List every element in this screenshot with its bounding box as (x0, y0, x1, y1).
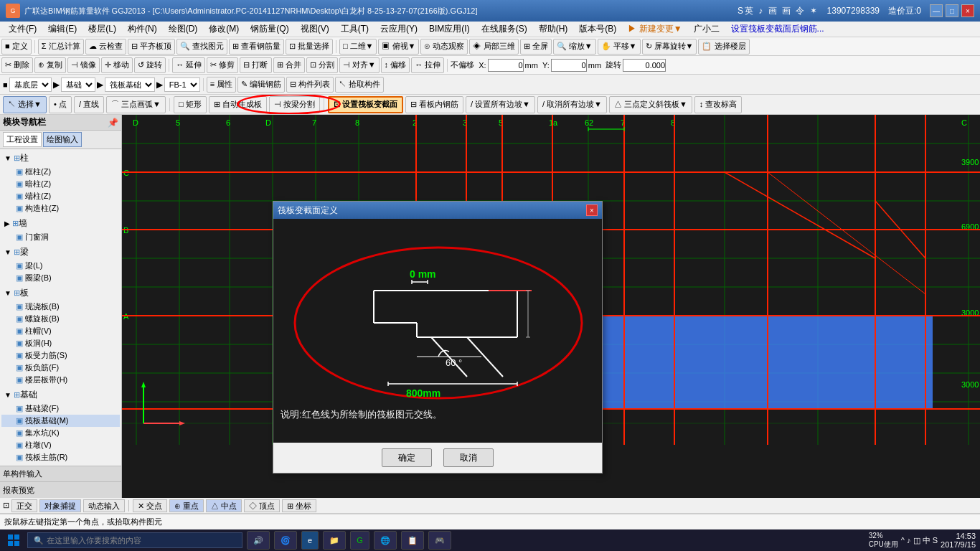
tool-split[interactable]: ⊡ 分割 (306, 57, 338, 73)
menu-floor[interactable]: 楼层(L) (83, 22, 122, 37)
tool-orbit[interactable]: ⊙ 动态观察 (420, 39, 468, 55)
panel-pin[interactable]: 📌 (108, 118, 118, 128)
draw-split-beam[interactable]: ⊣ 按梁分割 (269, 96, 320, 113)
menu-set-slab[interactable]: 设置筏板变截面后钢筋... (725, 22, 830, 37)
clock[interactable]: 14:53 2017/9/15 (941, 532, 976, 549)
nav-engineering[interactable]: 工程设置 (3, 132, 42, 147)
tree-child-col-pier[interactable]: ▣柱墩(V) (1, 439, 120, 451)
nav-drawing-input[interactable]: 绘图输入 (43, 132, 82, 147)
taskbar-app-game[interactable]: 🎮 (428, 531, 451, 550)
snap-vertex[interactable]: ◇ 顶点 (244, 499, 280, 512)
btn-edit-rebar[interactable]: ✎ 编辑钢筋 (237, 77, 285, 93)
tree-child-raft-main-bar[interactable]: ▣筏板主筋(R) (1, 451, 120, 463)
tool-offset[interactable]: ↕ 偏移 (381, 57, 410, 73)
tree-parent-foundation[interactable]: ▼⊞ 基础 (1, 387, 120, 402)
btn-property[interactable]: ≡ 属性 (207, 77, 236, 93)
tree-child-dark-col[interactable]: ▣暗柱(Z) (1, 178, 120, 190)
tool-zoom[interactable]: 🔍 缩放▼ (553, 39, 596, 55)
draw-point[interactable]: • 点 (49, 96, 72, 113)
menu-rebar-qty[interactable]: 钢筋量(Q) (245, 22, 294, 37)
draw-rect[interactable]: □ 矩形 (174, 96, 207, 113)
snap-dynamic[interactable]: 动态输入 (83, 499, 125, 512)
close-button[interactable]: × (961, 4, 974, 17)
taskbar-app-internet[interactable]: 🌐 (374, 531, 397, 550)
tool-find-elem[interactable]: 🔍 查找图元 (176, 39, 227, 55)
btn-pick-comp[interactable]: ↖ 拾取构件 (335, 77, 384, 93)
x-input[interactable] (488, 59, 524, 72)
tree-child-cast-slab[interactable]: ▣现浇板(B) (1, 301, 120, 313)
category-select[interactable]: 基础 (61, 77, 95, 92)
sub-panel-report[interactable]: 报表预览 (0, 482, 121, 498)
tree-child-slab-neg-bar[interactable]: ▣板负筋(F) (1, 362, 120, 374)
tool-mirror[interactable]: ⊣ 镜像 (67, 57, 100, 73)
draw-cancel-all-slope[interactable]: / 取消所有边坡▼ (537, 96, 607, 113)
taskbar-app-sougou[interactable]: 🔊 (247, 531, 270, 550)
tree-child-ring-beam[interactable]: ▣圈梁(B) (1, 272, 120, 284)
draw-change-height[interactable]: ↕ 查改标高 (694, 96, 743, 113)
snap-orthogonal[interactable]: 正交 (11, 499, 37, 512)
tool-view-rebar[interactable]: ⊞ 查看钢筋量 (229, 39, 284, 55)
menu-file[interactable]: 文件(F) (3, 22, 42, 37)
draw-auto-slab[interactable]: ⊞ 自动生成板 (209, 96, 267, 113)
menu-edit[interactable]: 编辑(E) (42, 22, 83, 37)
snap-center[interactable]: ⊕ 重点 (169, 499, 204, 512)
menu-component[interactable]: 构件(N) (122, 22, 163, 37)
tool-define[interactable]: ■ 定义 (1, 39, 32, 55)
tree-parent-column[interactable]: ▼⊞ 柱 (1, 151, 120, 166)
canvas-area[interactable]: D 5 6 D 7 8 2 3 5 1a 62 7 8 C 3900 6900 … (122, 115, 980, 498)
tool-2d[interactable]: □ 二维▼ (339, 39, 377, 55)
tool-extend[interactable]: ↔ 延伸 (172, 57, 205, 73)
tree-child-end-col[interactable]: ▣端柱(Z) (1, 190, 120, 202)
menu-new-change[interactable]: ▶ 新建变更▼ (622, 22, 687, 37)
taskbar-app-g[interactable]: G (350, 531, 369, 550)
snap-intersection[interactable]: ✕ 交点 (133, 499, 167, 512)
tree-child-struct-col[interactable]: ▣构造柱(Z) (1, 202, 120, 215)
taskbar-app-refresh[interactable]: 🌀 (274, 531, 297, 550)
draw-3pt-incline[interactable]: △ 三点定义斜筏板▼ (609, 96, 692, 113)
modal-confirm-button[interactable]: 确定 (382, 448, 432, 467)
menu-bim[interactable]: BIM应用(I) (423, 22, 476, 37)
taskbar-app-explorer[interactable]: 📁 (323, 531, 346, 550)
tool-select-floor[interactable]: 📋 选择楼层 (698, 39, 749, 55)
tool-break[interactable]: ⊟ 打断 (240, 57, 271, 73)
tree-parent-slab[interactable]: ▼⊞ 板 (1, 286, 120, 301)
tool-trim[interactable]: ✂ 修剪 (207, 57, 238, 73)
tree-child-slab-hole[interactable]: ▣板洞(H) (1, 337, 120, 349)
tree-child-floor-strip[interactable]: ▣楼层板带(H) (1, 374, 120, 386)
tool-copy[interactable]: ⊕ 复制 (34, 57, 66, 73)
y-input[interactable] (551, 59, 587, 72)
menu-cloud[interactable]: 云应用(Y) (374, 22, 423, 37)
tool-batch-select[interactable]: ⊡ 批量选择 (286, 39, 333, 55)
draw-select[interactable]: ↖ 选择▼ (3, 96, 47, 113)
menu-modify[interactable]: 修改(M) (203, 22, 245, 37)
tree-child-beam-l[interactable]: ▣梁(L) (1, 260, 120, 272)
rotate-input[interactable] (623, 59, 666, 72)
menu-view[interactable]: 视图(V) (295, 22, 335, 37)
tree-child-raft-found[interactable]: ▣筏板基础(M) (1, 415, 120, 427)
tool-local-3d[interactable]: ◈ 局部三维 (469, 39, 518, 55)
element-select[interactable]: FB-1 (164, 77, 200, 92)
menu-gd2[interactable]: 广小二 (688, 22, 725, 37)
menu-online[interactable]: 在线服务(S) (476, 22, 533, 37)
btn-comp-list[interactable]: ⊟ 构件列表 (286, 77, 334, 93)
draw-arc[interactable]: ⌒ 三点画弧▼ (106, 96, 166, 113)
draw-line[interactable]: / 直线 (74, 96, 104, 113)
taskbar-app-edge[interactable]: e (301, 531, 319, 550)
tool-sum-calc[interactable]: Σ 汇总计算 (38, 39, 84, 55)
tool-top-view[interactable]: ▣ 俯视▼ (378, 39, 419, 55)
menu-help[interactable]: 帮助(H) (533, 22, 574, 37)
layer-select[interactable]: 基底层 (9, 77, 52, 92)
sub-panel-single[interactable]: 单构件输入 (0, 466, 121, 482)
tool-delete[interactable]: ✂ 删除 (1, 57, 33, 73)
tool-align[interactable]: ⊣ 对齐▼ (339, 57, 380, 73)
snap-coordinate[interactable]: ⊞ 坐标 (282, 499, 316, 512)
tool-rotate[interactable]: ↺ 旋转 (134, 57, 166, 73)
maximize-button[interactable]: □ (946, 4, 958, 17)
draw-set-all-slope[interactable]: / 设置所有边坡▼ (466, 96, 535, 113)
snap-midpoint[interactable]: △ 中点 (206, 499, 242, 512)
taskbar-app-note[interactable]: 📋 (401, 531, 424, 550)
tool-align-top[interactable]: ⊟ 平齐板顶 (128, 39, 175, 55)
draw-view-rebar[interactable]: ⊟ 看板内钢筋 (405, 96, 463, 113)
type-select[interactable]: 筏板基础 (105, 77, 155, 92)
tree-parent-beam[interactable]: ▼⊞ 梁 (1, 245, 120, 260)
